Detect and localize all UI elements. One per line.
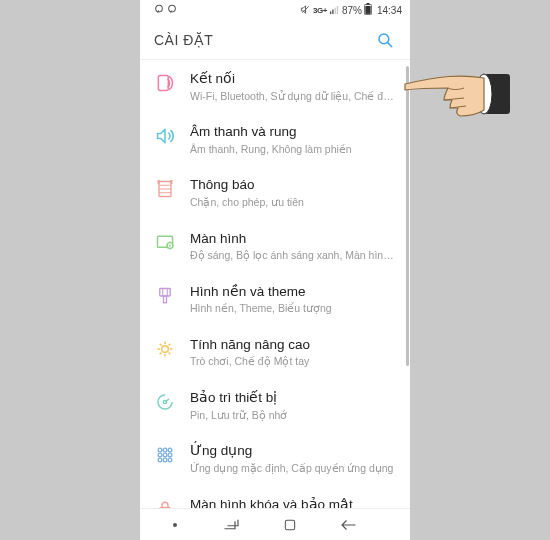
svg-rect-4 (334, 7, 335, 13)
svg-rect-17 (170, 180, 172, 184)
svg-rect-40 (285, 520, 294, 529)
search-icon (376, 31, 394, 49)
svg-point-34 (168, 453, 172, 457)
row-title: Bảo trì thiết bị (190, 389, 396, 407)
row-subtitle: Chặn, cho phép, ưu tiên (190, 196, 396, 210)
svg-point-25 (162, 346, 169, 353)
svg-rect-8 (365, 6, 370, 14)
search-button[interactable] (374, 29, 396, 51)
row-display[interactable]: Màn hình Độ sáng, Bộ lọc ánh sáng xanh, … (140, 220, 410, 273)
sound-icon (154, 125, 176, 147)
row-apps[interactable]: Ứng dụng Ứng dụng mặc định, Cấp quyền ứn… (140, 432, 410, 485)
nav-dot[interactable] (155, 513, 195, 537)
row-subtitle: Âm thanh, Rung, Không làm phiền (190, 143, 396, 157)
maintenance-icon (154, 391, 176, 413)
data-badge: 3G+ (313, 6, 327, 15)
row-title: Âm thanh và rung (190, 123, 396, 141)
clock: 14:34 (377, 5, 402, 16)
row-advanced[interactable]: Tính năng nâng cao Trò chơi, Chế độ Một … (140, 326, 410, 379)
advanced-icon (154, 338, 176, 360)
chat-icon (167, 4, 177, 16)
row-subtitle: Wi-Fi, Bluetooth, Sử dụng dữ liệu, Chế đ… (190, 90, 396, 104)
nav-bar (140, 508, 410, 540)
row-maintenance[interactable]: Bảo trì thiết bị Pin, Lưu trữ, Bộ nhớ (140, 379, 410, 432)
status-bar: 3G+ 87% 14:34 (140, 0, 410, 20)
row-title: Màn hình (190, 230, 396, 248)
notification-icon (154, 178, 176, 200)
row-notifications[interactable]: Thông báo Chặn, cho phép, ưu tiên (140, 166, 410, 219)
row-lockscreen[interactable]: Màn hình khóa và bảo mật Màn hình khóa, … (140, 486, 410, 509)
row-connections[interactable]: Kết nối Wi-Fi, Bluetooth, Sử dụng dữ liệ… (140, 60, 410, 113)
svg-point-30 (163, 448, 167, 452)
row-title: Thông báo (190, 176, 396, 194)
nav-recents[interactable] (212, 513, 252, 537)
svg-point-32 (158, 453, 162, 457)
row-wallpaper[interactable]: Hình nền và theme Hình nền, Theme, Biểu … (140, 273, 410, 326)
battery-pct: 87% (342, 5, 362, 16)
svg-point-29 (158, 448, 162, 452)
svg-point-33 (163, 453, 167, 457)
connections-icon (154, 72, 176, 94)
row-subtitle: Pin, Lưu trữ, Bộ nhớ (190, 409, 396, 423)
settings-list: Kết nối Wi-Fi, Bluetooth, Sử dụng dữ liệ… (140, 60, 410, 508)
row-title: Hình nền và theme (190, 283, 396, 301)
row-title: Kết nối (190, 70, 396, 88)
app-header: CÀI ĐẶT (140, 20, 410, 60)
display-icon (154, 232, 176, 254)
row-subtitle: Hình nền, Theme, Biểu tượng (190, 302, 396, 316)
svg-rect-21 (160, 288, 171, 296)
apps-icon (154, 444, 176, 466)
svg-rect-2 (330, 11, 331, 14)
row-title: Màn hình khóa và bảo mật (190, 496, 396, 509)
lock-icon (154, 498, 176, 509)
nav-spacer (385, 513, 395, 537)
battery-icon (364, 3, 372, 17)
svg-point-35 (158, 458, 162, 462)
svg-rect-3 (332, 9, 333, 14)
row-subtitle: Độ sáng, Bộ lọc ánh sáng xanh, Màn hình … (190, 249, 396, 263)
svg-rect-5 (337, 5, 338, 13)
mute-icon (300, 4, 311, 17)
row-sound[interactable]: Âm thanh và rung Âm thanh, Rung, Không l… (140, 113, 410, 166)
row-subtitle: Trò chơi, Chế độ Một tay (190, 355, 396, 369)
svg-rect-11 (158, 76, 168, 91)
svg-rect-38 (160, 507, 171, 508)
svg-rect-16 (158, 180, 160, 184)
svg-point-31 (168, 448, 172, 452)
nav-home[interactable] (270, 513, 310, 537)
svg-rect-24 (164, 296, 167, 303)
chat-icon (154, 4, 164, 16)
row-title: Tính năng nâng cao (190, 336, 396, 354)
svg-point-20 (169, 244, 171, 246)
wallpaper-icon (154, 285, 176, 307)
phone-frame: 3G+ 87% 14:34 CÀI ĐẶT Kết nối (140, 0, 410, 540)
row-title: Ứng dụng (190, 442, 396, 460)
nav-back[interactable] (328, 513, 368, 537)
signal-icon (329, 4, 340, 17)
svg-point-36 (163, 458, 167, 462)
pointer-hand-icon (400, 66, 510, 124)
svg-line-10 (388, 42, 392, 46)
row-subtitle: Ứng dụng mặc định, Cấp quyền ứng dụng (190, 462, 396, 476)
page-title: CÀI ĐẶT (154, 32, 374, 48)
svg-point-37 (168, 458, 172, 462)
